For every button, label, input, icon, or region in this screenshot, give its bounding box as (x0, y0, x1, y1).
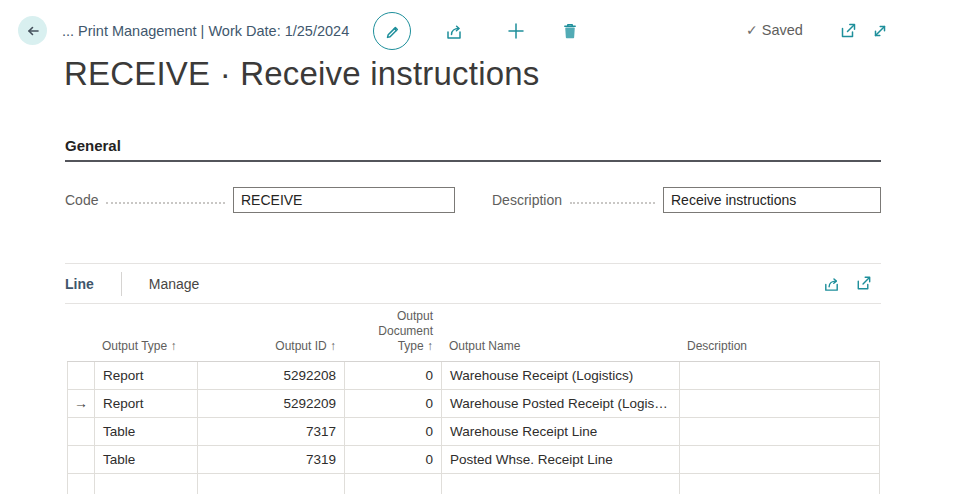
breadcrumb[interactable]: ... Print Management | Work Date: 1/25/2… (62, 23, 349, 39)
page: ... Print Management | Work Date: 1/25/2… (0, 0, 964, 494)
page-title: RECEIVE · Receive instructions (64, 55, 540, 93)
description-field-label: Description (492, 192, 562, 208)
table-row: →Report52922090Warehouse Posted Receipt … (67, 390, 880, 418)
toolbar-divider (121, 272, 122, 296)
cell-output-type[interactable]: Table (94, 418, 197, 446)
cell-output-id[interactable]: 7319 (197, 446, 344, 474)
column-header-output-name[interactable]: Output Name (441, 339, 679, 354)
cell-description[interactable] (679, 362, 880, 390)
delete-button[interactable] (560, 21, 580, 41)
cell-output-type[interactable]: Report (94, 362, 197, 390)
line-part-toolbar: Line Manage (65, 263, 881, 304)
cell-output-type[interactable] (94, 474, 197, 494)
table-row: Report52922080Warehouse Receipt (Logisti… (67, 362, 880, 390)
dotted-leader (570, 202, 655, 204)
row-selector-cell[interactable] (67, 362, 94, 390)
edit-button[interactable] (373, 12, 411, 50)
table-row: Table73170Warehouse Receipt Line (67, 418, 880, 446)
row-selector-cell[interactable] (67, 446, 94, 474)
cell-doc-type[interactable]: 0 (344, 390, 441, 418)
cell-output-id[interactable]: 7317 (197, 418, 344, 446)
column-header-output-type[interactable]: Output Type ↑ (94, 339, 197, 354)
cell-output-name[interactable]: Warehouse Receipt (Logistics) (441, 362, 679, 390)
code-field-group: Code (65, 186, 455, 213)
share-button[interactable] (444, 21, 464, 41)
table-header-row: Output Type ↑Output ID ↑Output Document … (67, 304, 880, 361)
open-in-excel-button[interactable] (854, 274, 873, 293)
save-status: ✓ Saved (746, 22, 803, 38)
table-row (67, 474, 880, 494)
check-icon: ✓ (746, 22, 758, 38)
row-selector-cell[interactable] (67, 418, 94, 446)
back-arrow-icon (24, 22, 42, 40)
column-header-output-id[interactable]: Output ID ↑ (197, 339, 344, 354)
section-divider (65, 160, 881, 162)
open-in-new-window-button[interactable] (838, 21, 858, 41)
cell-output-type[interactable]: Table (94, 446, 197, 474)
table-body: Report52922080Warehouse Receipt (Logisti… (67, 361, 880, 494)
cell-output-type[interactable]: Report (94, 390, 197, 418)
cell-output-id[interactable]: 5292209 (197, 390, 344, 418)
row-selector-cell[interactable] (67, 474, 94, 494)
cell-output-name[interactable]: Warehouse Posted Receipt (Logisti… (441, 390, 679, 418)
line-part-title: Line (65, 276, 94, 292)
pencil-icon (382, 21, 402, 41)
cell-doc-type[interactable]: 0 (344, 418, 441, 446)
cell-output-id[interactable] (197, 474, 344, 494)
table-row: Table73190Posted Whse. Receipt Line (67, 446, 880, 474)
cell-output-name[interactable]: Warehouse Receipt Line (441, 418, 679, 446)
lines-table: Output Type ↑Output ID ↑Output Document … (67, 304, 880, 494)
add-button[interactable] (506, 21, 526, 41)
description-input[interactable] (663, 187, 881, 213)
current-row-arrow-icon: → (74, 395, 88, 411)
cell-description[interactable] (679, 474, 880, 494)
cell-description[interactable] (679, 390, 880, 418)
cell-doc-type[interactable]: 0 (344, 446, 441, 474)
cell-output-name[interactable] (441, 474, 679, 494)
row-selector-cell[interactable]: → (67, 390, 94, 418)
cell-doc-type[interactable]: 0 (344, 362, 441, 390)
share-line-button[interactable] (822, 274, 841, 293)
column-header-doc-type[interactable]: Output Document Type ↑ (344, 309, 441, 354)
cell-output-id[interactable]: 5292208 (197, 362, 344, 390)
general-section-heading[interactable]: General (65, 137, 121, 154)
dotted-leader (106, 202, 225, 204)
code-input[interactable] (233, 187, 455, 213)
column-header-description[interactable]: Description (679, 339, 880, 354)
description-field-group: Description (492, 186, 881, 213)
expand-button[interactable] (870, 21, 890, 41)
code-field-label: Code (65, 192, 98, 208)
cell-output-name[interactable]: Posted Whse. Receipt Line (441, 446, 679, 474)
manage-menu[interactable]: Manage (149, 276, 200, 292)
cell-description[interactable] (679, 446, 880, 474)
cell-doc-type[interactable] (344, 474, 441, 494)
saved-label: Saved (762, 22, 803, 38)
cell-description[interactable] (679, 418, 880, 446)
back-button[interactable] (18, 16, 47, 45)
